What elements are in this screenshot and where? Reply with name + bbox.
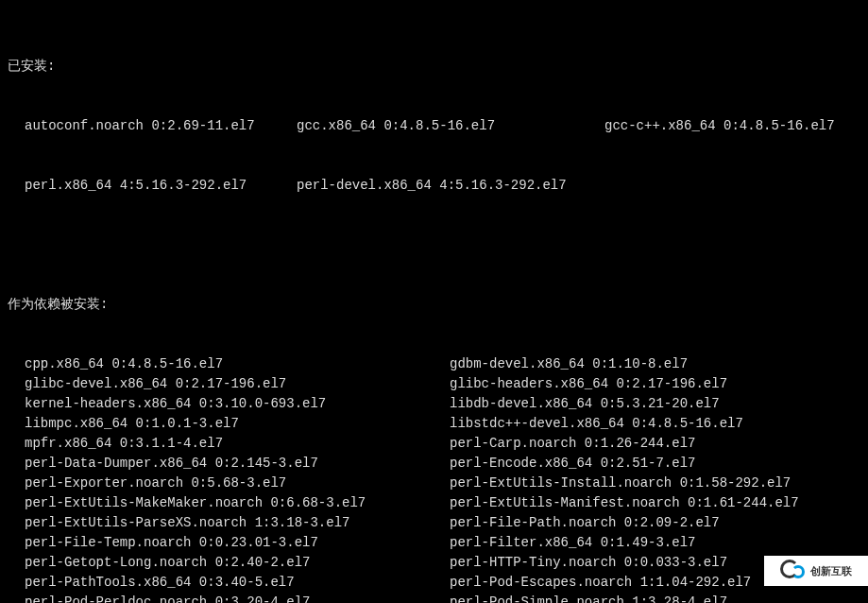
dep-item: perl-File-Path.noarch 0:2.09-2.el7 bbox=[450, 513, 860, 533]
dep-item: perl-PathTools.x86_64 0:3.40-5.el7 bbox=[25, 573, 450, 593]
dep-item: libdb-devel.x86_64 0:5.3.21-20.el7 bbox=[450, 394, 860, 414]
deps-list: cpp.x86_64 0:4.8.5-16.el7 glibc-devel.x8… bbox=[8, 354, 860, 603]
dep-item: gdbm-devel.x86_64 0:1.10-8.el7 bbox=[450, 354, 860, 374]
dep-item: glibc-headers.x86_64 0:2.17-196.el7 bbox=[450, 374, 860, 394]
dep-item: kernel-headers.x86_64 0:3.10.0-693.el7 bbox=[25, 394, 450, 414]
installed-pkg: gcc-c++.x86_64 0:4.8.5-16.el7 bbox=[604, 116, 835, 136]
dep-item: perl-File-Temp.noarch 0:0.23.01-3.el7 bbox=[25, 533, 450, 553]
dep-item: cpp.x86_64 0:4.8.5-16.el7 bbox=[25, 354, 450, 374]
deps-header: 作为依赖被安装: bbox=[8, 295, 860, 315]
dep-item: libstdc++-devel.x86_64 0:4.8.5-16.el7 bbox=[450, 414, 860, 434]
dep-item: perl-Filter.x86_64 0:1.49-3.el7 bbox=[450, 533, 860, 553]
dep-item: perl-Getopt-Long.noarch 0:2.40-2.el7 bbox=[25, 553, 450, 573]
dep-item: perl-ExtUtils-Manifest.noarch 0:1.61-244… bbox=[450, 493, 860, 513]
dep-item: perl-ExtUtils-MakeMaker.noarch 0:6.68-3.… bbox=[25, 493, 450, 513]
dep-item: perl-Pod-Simple.noarch 1:3.28-4.el7 bbox=[450, 593, 860, 603]
installed-row-0: autoconf.noarch 0:2.69-11.el7 gcc.x86_64… bbox=[8, 116, 860, 136]
installed-header: 已安装: bbox=[8, 40, 860, 77]
dep-item: glibc-devel.x86_64 0:2.17-196.el7 bbox=[25, 374, 450, 394]
dep-item: perl-ExtUtils-ParseXS.noarch 1:3.18-3.el… bbox=[25, 513, 450, 533]
dep-item: perl-Exporter.noarch 0:5.68-3.el7 bbox=[25, 474, 450, 493]
installed-pkg: perl.x86_64 4:5.16.3-292.el7 bbox=[25, 176, 297, 196]
watermark-text: 创新互联 bbox=[810, 566, 852, 577]
installed-pkg: gcc.x86_64 0:4.8.5-16.el7 bbox=[297, 116, 604, 136]
installed-pkg: autoconf.noarch 0:2.69-11.el7 bbox=[25, 116, 297, 136]
installed-row-1: perl.x86_64 4:5.16.3-292.el7 perl-devel.… bbox=[8, 176, 860, 196]
installed-pkg: perl-devel.x86_64 4:5.16.3-292.el7 bbox=[297, 176, 604, 196]
dep-item: perl-ExtUtils-Install.noarch 0:1.58-292.… bbox=[450, 474, 860, 493]
terminal-output[interactable]: 已安装: autoconf.noarch 0:2.69-11.el7 gcc.x… bbox=[0, 0, 868, 603]
dep-item: mpfr.x86_64 0:3.1.1-4.el7 bbox=[25, 434, 450, 454]
dep-item: perl-Pod-Perldoc.noarch 0:3.20-4.el7 bbox=[25, 593, 450, 603]
watermark-icon bbox=[780, 558, 807, 584]
dep-item: perl-Carp.noarch 0:1.26-244.el7 bbox=[450, 434, 860, 454]
dep-item: perl-Encode.x86_64 0:2.51-7.el7 bbox=[450, 454, 860, 474]
watermark-logo: 创新互联 bbox=[764, 556, 868, 586]
dep-item: perl-Data-Dumper.x86_64 0:2.145-3.el7 bbox=[25, 454, 450, 474]
dep-item: libmpc.x86_64 0:1.0.1-3.el7 bbox=[25, 414, 450, 434]
deps-col-left: cpp.x86_64 0:4.8.5-16.el7 glibc-devel.x8… bbox=[25, 354, 450, 603]
